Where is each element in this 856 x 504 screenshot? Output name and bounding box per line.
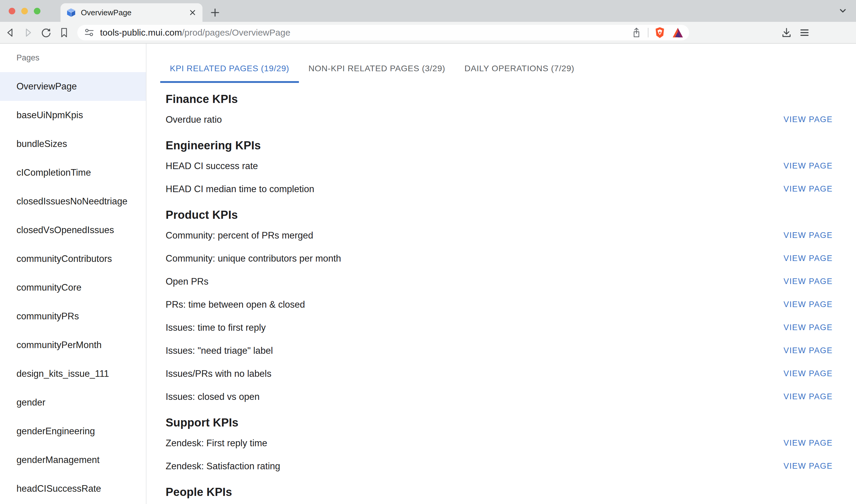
reload-icon [40,26,52,39]
kpi-row: Community: unique contributors per month… [146,247,856,270]
minimize-window-button[interactable] [21,8,28,14]
bat-rewards-icon [671,26,684,39]
downloads-button[interactable] [780,26,793,39]
view-page-button[interactable]: VIEW PAGE [779,435,837,451]
tab-strip: OverviewPage [0,0,856,22]
kpi-label: Issues: "need triage" label [165,345,273,356]
back-button[interactable] [4,26,17,39]
browser-menu-button[interactable] [798,26,811,39]
bookmark-icon [58,26,70,39]
brave-shields-button[interactable] [653,26,666,39]
kpi-label: HEAD CI median time to completion [165,184,314,195]
kpi-label: Zendesk: Satisfaction rating [165,461,280,472]
kpi-sections: Finance KPIsOverdue ratioVIEW PAGEEngine… [146,90,856,501]
menu-icon [799,26,810,39]
share-icon [631,27,642,38]
reload-button[interactable] [39,26,53,39]
sidebar-item-genderEngineering[interactable]: genderEngineering [0,417,146,446]
chevron-down-icon [837,5,848,16]
sidebar-item-communityPerMonth[interactable]: communityPerMonth [0,331,146,359]
sidebar-item-OverviewPage[interactable]: OverviewPage [0,72,146,101]
kpi-label: HEAD CI success rate [165,161,258,172]
sidebar-item-closedIssuesNoNeedtriage[interactable]: closedIssuesNoNeedtriage [0,187,146,216]
new-tab-icon [209,7,221,18]
sidebar-item-closedVsOpenedIssues[interactable]: closedVsOpenedIssues [0,216,146,245]
address-bar-actions [630,26,684,39]
section-title: Product KPIs [146,206,856,224]
main-panel: KPI RELATED PAGES (19/29)NON-KPI RELATED… [146,44,856,504]
back-icon [4,26,16,39]
view-page-button[interactable]: VIEW PAGE [779,251,837,266]
kpi-row: Issues: "need triage" labelVIEW PAGE [146,339,856,362]
kpi-row: HEAD CI success rateVIEW PAGE [146,155,856,178]
view-page-button[interactable]: VIEW PAGE [779,181,837,197]
url-text[interactable]: tools-public.mui.com/prod/pages/Overview… [100,28,290,38]
url-path: /prod/pages/OverviewPage [182,28,290,37]
kpi-row: Overdue ratioVIEW PAGE [146,108,856,131]
view-page-button[interactable]: VIEW PAGE [779,458,837,474]
kpi-row: Zendesk: First reply timeVIEW PAGE [146,432,856,455]
view-page-button[interactable]: VIEW PAGE [779,389,837,404]
close-window-button[interactable] [9,8,15,14]
kpi-row: Open PRsVIEW PAGE [146,270,856,293]
maximize-window-button[interactable] [34,8,40,14]
tab-non-kpi-related-pages-3-29[interactable]: NON-KPI RELATED PAGES (3/29) [299,54,455,83]
tab-search-button[interactable] [836,4,850,17]
view-page-button[interactable]: VIEW PAGE [779,366,837,381]
browser-toolbar: tools-public.mui.com/prod/pages/Overview… [0,22,856,44]
view-page-button[interactable]: VIEW PAGE [779,158,837,174]
kpi-label: Community: unique contributors per month [165,253,341,264]
tab-kpi-related-pages-19-29[interactable]: KPI RELATED PAGES (19/29) [160,54,299,83]
new-tab-button[interactable] [207,4,224,21]
kpi-row: PRs: time between open & closedVIEW PAGE [146,293,856,316]
kpi-label: Zendesk: First reply time [165,438,267,449]
kpi-label: Issues: closed vs open [165,392,260,402]
view-page-button[interactable]: VIEW PAGE [779,112,837,127]
sidebar-header: Pages [0,44,146,72]
window-controls [0,0,47,22]
close-tab-icon[interactable] [188,8,197,17]
kpi-label: Open PRs [165,276,208,287]
site-settings-icon[interactable] [83,26,95,39]
view-page-button[interactable]: VIEW PAGE [779,228,837,243]
sidebar-item-baseUiNpmKpis[interactable]: baseUiNpmKpis [0,101,146,130]
section-title: Finance KPIs [146,90,856,108]
sidebar-item-bundleSizes[interactable]: bundleSizes [0,130,146,158]
view-page-button[interactable]: VIEW PAGE [779,320,837,335]
kpi-row: HEAD CI median time to completionVIEW PA… [146,178,856,200]
sidebar-item-communityPRs[interactable]: communityPRs [0,302,146,331]
brave-shield-icon [653,26,666,39]
view-page-button[interactable]: VIEW PAGE [779,343,837,358]
pages-sidebar: Pages OverviewPagebaseUiNpmKpisbundleSiz… [0,44,146,504]
bookmarks-button[interactable] [57,26,71,39]
tab-daily-operations-7-29[interactable]: DAILY OPERATIONS (7/29) [455,54,584,83]
kpi-label: PRs: time between open & closed [165,299,305,310]
sidebar-item-communityContributors[interactable]: communityContributors [0,245,146,273]
kpi-row: Issues/PRs with no labelsVIEW PAGE [146,362,856,385]
sidebar-item-cICompletionTime[interactable]: cICompletionTime [0,158,146,187]
address-bar[interactable]: tools-public.mui.com/prod/pages/Overview… [77,25,689,40]
sidebar-item-design_kits_issue_111[interactable]: design_kits_issue_111 [0,359,146,388]
sidebar-item-headCISuccessRate[interactable]: headCISuccessRate [0,474,146,503]
category-tabs: KPI RELATED PAGES (19/29)NON-KPI RELATED… [160,54,856,83]
sidebar-item-communityCore[interactable]: communityCore [0,273,146,302]
tab-title: OverviewPage [81,8,188,17]
sidebar-item-genderManagement[interactable]: genderManagement [0,446,146,474]
kpi-label: Community: percent of PRs merged [165,230,313,241]
share-button[interactable] [630,26,643,39]
forward-icon [22,26,34,39]
kpi-label: Issues: time to first reply [165,322,266,333]
browser-tab[interactable]: OverviewPage [60,3,203,22]
page-content: Pages OverviewPagebaseUiNpmKpisbundleSiz… [0,44,856,504]
section-title: Support KPIs [146,414,856,432]
brave-rewards-button[interactable] [671,26,684,39]
view-page-button[interactable]: VIEW PAGE [779,274,837,289]
kpi-label: Overdue ratio [165,114,222,125]
sidebar-item-gender[interactable]: gender [0,388,146,417]
forward-button[interactable] [21,26,35,39]
divider [648,28,648,37]
download-icon [781,26,792,39]
view-page-button[interactable]: VIEW PAGE [779,297,837,312]
kpi-row: Issues: closed vs openVIEW PAGE [146,385,856,408]
kpi-row: Issues: time to first replyVIEW PAGE [146,316,856,339]
